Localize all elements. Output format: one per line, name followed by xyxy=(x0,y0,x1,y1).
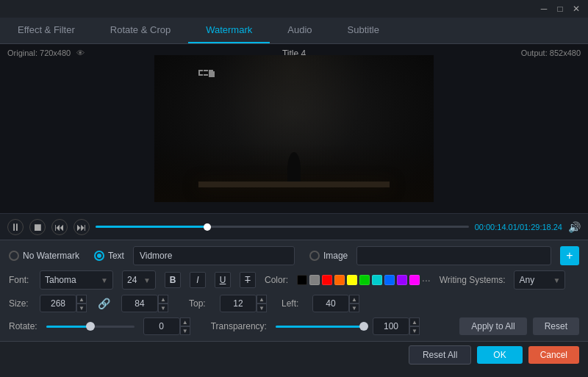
text-radio[interactable] xyxy=(94,251,104,261)
top-up[interactable]: ▲ xyxy=(257,295,267,304)
rotate-fill xyxy=(46,326,90,328)
transparency-up[interactable]: ▲ xyxy=(409,317,420,326)
left-input[interactable] xyxy=(312,295,349,312)
color-swatch-blue[interactable] xyxy=(384,275,395,285)
font-selector[interactable]: Tahoma ▼ xyxy=(40,270,113,290)
font-size-selector[interactable]: 24 ▼ xyxy=(122,270,156,290)
size-height-input[interactable] xyxy=(121,295,158,312)
bold-button[interactable]: B xyxy=(165,272,181,288)
size-height-container: ▲ ▼ xyxy=(121,295,168,312)
reset-all-button[interactable]: Reset All xyxy=(409,345,471,365)
size-width-input[interactable] xyxy=(40,295,76,312)
no-watermark-option[interactable]: No Watermark xyxy=(9,251,79,261)
progress-bar[interactable] xyxy=(96,226,469,228)
text-label: Text xyxy=(108,251,124,261)
transparency-spinners: ▲ ▼ xyxy=(409,317,420,335)
size-height-down[interactable]: ▼ xyxy=(158,304,168,312)
tab-effect[interactable]: Effect & Filter xyxy=(0,18,93,43)
rotate-up[interactable]: ▲ xyxy=(180,317,190,326)
total-time: 01:29:18.24 xyxy=(520,223,562,231)
size-position-row: Size: ▲ ▼ 🔗 ▲ ▼ Top: ▲ ▼ Left: xyxy=(9,295,579,312)
size-arrow-icon: ▼ xyxy=(143,276,151,284)
strikethrough-button[interactable]: T xyxy=(240,272,256,288)
tab-audio[interactable]: Audio xyxy=(270,18,329,43)
color-swatch-orange[interactable] xyxy=(334,275,345,285)
volume-icon[interactable]: 🔊 xyxy=(568,221,581,233)
minimize-button[interactable]: ─ xyxy=(538,3,550,15)
close-button[interactable]: ✕ xyxy=(570,3,582,15)
left-spinners: ▲ ▼ xyxy=(349,295,359,312)
stop-button[interactable]: ⏹ xyxy=(29,219,46,235)
color-swatch-purple[interactable] xyxy=(397,275,407,285)
add-image-button[interactable]: + xyxy=(560,246,579,265)
tab-subtitle[interactable]: Subtitle xyxy=(330,18,397,43)
rotate-down[interactable]: ▼ xyxy=(180,326,190,335)
transparency-slider[interactable] xyxy=(276,326,364,328)
apply-to-all-button[interactable]: Apply to All xyxy=(459,317,526,335)
controls-bar: ⏸ ⏹ ⏮ ⏭ 00:00:14.01/01:29:18.24 🔊 xyxy=(0,213,588,240)
transparency-down[interactable]: ▼ xyxy=(409,326,420,335)
image-option[interactable]: Image xyxy=(309,251,348,261)
rotate-thumb[interactable] xyxy=(86,322,95,331)
color-label: Color: xyxy=(265,275,288,285)
color-swatch-pink[interactable] xyxy=(409,275,420,285)
size-height-up[interactable]: ▲ xyxy=(158,295,168,304)
video-container: Original: 720x480 👁 Title 4 Output: 852x… xyxy=(0,44,588,213)
progress-thumb[interactable] xyxy=(204,223,211,231)
maximize-button[interactable]: □ xyxy=(554,3,566,15)
footer: Reset All OK Cancel xyxy=(0,341,588,367)
watermark-box[interactable] xyxy=(198,70,213,76)
transparency-fill xyxy=(276,326,364,328)
top-down[interactable]: ▼ xyxy=(257,304,267,312)
italic-button[interactable]: I xyxy=(190,272,206,288)
font-size-value: 24 xyxy=(127,275,137,285)
reset-button[interactable]: Reset xyxy=(533,317,579,335)
size-width-up[interactable]: ▲ xyxy=(76,295,87,304)
text-option[interactable]: Text xyxy=(94,251,124,261)
image-radio[interactable] xyxy=(309,251,320,261)
font-arrow-icon: ▼ xyxy=(101,276,108,284)
image-path-input[interactable] xyxy=(356,246,551,265)
next-button[interactable]: ⏭ xyxy=(74,219,90,235)
scene-figure xyxy=(287,152,301,182)
writing-label: Writing Systems: xyxy=(440,275,506,285)
tab-watermark[interactable]: Watermark xyxy=(188,18,270,43)
link-size-icon[interactable]: 🔗 xyxy=(98,298,110,309)
color-swatch-red[interactable] xyxy=(322,275,332,285)
bottom-buttons: Apply to All Reset xyxy=(459,317,579,335)
resize-handle[interactable] xyxy=(209,71,215,77)
play-pause-button[interactable]: ⏸ xyxy=(7,219,24,235)
transparency-thumb[interactable] xyxy=(359,322,368,331)
color-swatch-green[interactable] xyxy=(359,275,370,285)
size-width-container: ▲ ▼ xyxy=(40,295,87,312)
watermark-text-input[interactable] xyxy=(133,246,295,265)
top-label: Top: xyxy=(189,298,211,309)
color-swatch-black[interactable] xyxy=(297,275,307,285)
tab-rotate[interactable]: Rotate & Crop xyxy=(93,18,188,43)
underline-button[interactable]: U xyxy=(215,272,231,288)
no-watermark-label: No Watermark xyxy=(23,251,79,261)
watermark-type-row: No Watermark Text Image + xyxy=(9,246,579,265)
prev-button[interactable]: ⏮ xyxy=(51,219,68,235)
left-down[interactable]: ▼ xyxy=(349,304,359,312)
rotate-slider[interactable] xyxy=(46,326,135,328)
no-watermark-radio[interactable] xyxy=(9,251,19,261)
time-display: 00:00:14.01/01:29:18.24 xyxy=(475,223,562,231)
rotate-input[interactable] xyxy=(143,317,180,335)
left-up[interactable]: ▲ xyxy=(349,295,359,304)
size-width-down[interactable]: ▼ xyxy=(76,304,87,312)
video-info-left: Original: 720x480 👁 xyxy=(7,49,85,57)
rotate-transparency-row: Rotate: ▲ ▼ Transparency: ▲ ▼ xyxy=(9,317,579,335)
writing-system-selector[interactable]: Any ▼ xyxy=(514,270,565,290)
font-row: Font: Tahoma ▼ 24 ▼ B I U T Color: ··· W… xyxy=(9,270,579,290)
output-resolution: Output: 852x480 xyxy=(521,49,581,57)
color-swatch-teal[interactable] xyxy=(372,275,382,285)
color-swatch-gray[interactable] xyxy=(309,275,320,285)
top-input[interactable] xyxy=(220,295,257,312)
ok-button[interactable]: OK xyxy=(477,346,522,364)
color-swatch-yellow[interactable] xyxy=(347,275,357,285)
transparency-input[interactable] xyxy=(373,317,409,335)
cancel-button[interactable]: Cancel xyxy=(528,346,579,364)
more-colors-button[interactable]: ··· xyxy=(422,274,431,286)
visibility-icon[interactable]: 👁 xyxy=(76,49,85,57)
